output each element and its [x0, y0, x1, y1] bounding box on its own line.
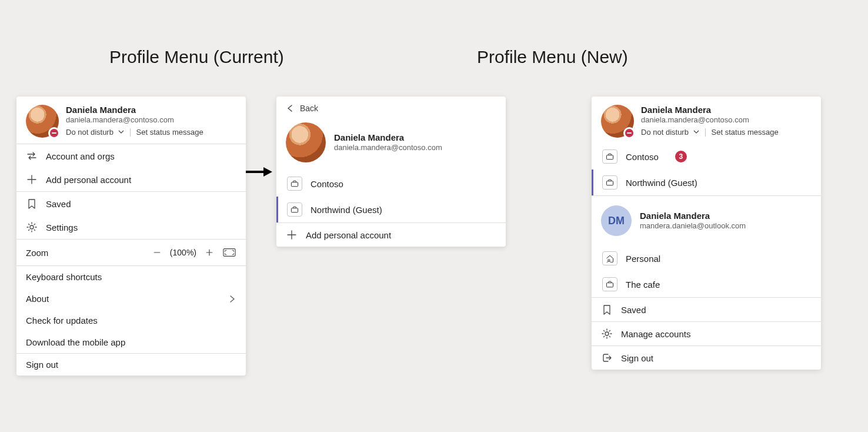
- zoom-in-button[interactable]: [202, 245, 216, 260]
- presence-dropdown[interactable]: Do not disturb: [66, 128, 124, 137]
- menu-keyboard-shortcuts[interactable]: Keyboard shortcuts: [16, 266, 246, 288]
- menu-label: Download the mobile app: [26, 337, 125, 347]
- org-item-contoso[interactable]: Contoso: [276, 171, 506, 197]
- menu-label: About: [26, 294, 49, 304]
- menu-check-updates[interactable]: Check for updates: [16, 310, 246, 331]
- chevron-left-icon: [286, 104, 294, 112]
- zoom-out-button[interactable]: [150, 245, 164, 260]
- avatar[interactable]: [601, 105, 634, 138]
- svg-rect-9: [606, 283, 613, 287]
- menu-about[interactable]: About: [16, 288, 246, 310]
- zoom-control: Zoom (100%): [16, 240, 246, 265]
- account-header: Daniela Mandera daniela.mandera@contoso.…: [592, 97, 821, 144]
- org-label: The cafe: [626, 280, 660, 290]
- menu-saved[interactable]: Saved: [16, 192, 246, 215]
- chevron-right-icon: [228, 295, 236, 303]
- avatar-initials: DM: [601, 205, 632, 236]
- org-item-cafe[interactable]: The cafe: [592, 271, 821, 297]
- briefcase-icon: [602, 149, 617, 164]
- user-name: Daniela Mandera: [641, 105, 779, 115]
- menu-manage-accounts[interactable]: Manage accounts: [592, 322, 821, 345]
- home-person-icon: [602, 251, 617, 265]
- chevron-down-icon: [118, 129, 124, 135]
- user-email: daniela.mandera@contoso.com: [641, 115, 779, 125]
- swap-icon: [26, 150, 38, 162]
- svg-rect-6: [606, 155, 613, 159]
- user-email: mandera.daniela@outlook.com: [640, 221, 746, 231]
- accounts-orgs-panel: Back Daniela Mandera daniela.mandera@con…: [276, 97, 506, 247]
- chevron-down-icon: [693, 129, 699, 135]
- org-label: Contoso: [311, 179, 343, 189]
- briefcase-icon: [602, 277, 617, 291]
- menu-add-personal-account[interactable]: Add personal account: [16, 168, 246, 191]
- svg-point-8: [608, 260, 610, 261]
- svg-rect-5: [291, 208, 298, 212]
- svg-point-10: [605, 332, 609, 335]
- org-label: Northwind (Guest): [311, 205, 382, 215]
- set-status-link[interactable]: Set status message: [712, 128, 779, 137]
- account-header: Daniela Mandera daniela.mandera@contoso.…: [276, 120, 506, 171]
- org-label: Contoso: [626, 152, 659, 162]
- bookmark-icon: [601, 304, 613, 315]
- briefcase-icon: [287, 202, 302, 217]
- user-name: Daniela Mandera: [640, 211, 746, 221]
- second-account-header[interactable]: DM Daniela Mandera mandera.daniela@outlo…: [592, 196, 821, 245]
- svg-rect-4: [291, 182, 298, 187]
- user-name: Daniela Mandera: [66, 105, 203, 115]
- separator: [130, 128, 131, 137]
- user-name: Daniela Mandera: [334, 132, 442, 142]
- org-item-contoso[interactable]: Contoso 3: [592, 144, 821, 170]
- menu-add-personal-account[interactable]: Add personal account: [276, 223, 506, 247]
- separator: [705, 128, 706, 137]
- user-email: daniela.mandera@contoso.com: [66, 115, 203, 125]
- svg-rect-7: [606, 181, 613, 185]
- plus-icon: [286, 229, 298, 241]
- menu-saved[interactable]: Saved: [592, 298, 821, 321]
- profile-menu-new: Daniela Mandera daniela.mandera@contoso.…: [592, 97, 821, 370]
- menu-label: Manage accounts: [621, 329, 690, 339]
- signout-icon: [601, 352, 613, 364]
- menu-label: Add personal account: [46, 175, 131, 185]
- briefcase-icon: [602, 175, 617, 190]
- avatar[interactable]: [26, 105, 59, 138]
- menu-label: Saved: [46, 199, 71, 209]
- avatar: [286, 122, 326, 162]
- org-item-personal[interactable]: Personal: [592, 245, 821, 271]
- menu-label: Account and orgs: [46, 151, 115, 161]
- menu-label: Settings: [46, 222, 78, 232]
- menu-label: Add personal account: [306, 230, 391, 240]
- svg-marker-1: [263, 167, 272, 177]
- org-item-northwind[interactable]: Northwind (Guest): [276, 197, 506, 222]
- menu-label: Saved: [621, 305, 646, 315]
- fullscreen-button[interactable]: [222, 245, 236, 260]
- presence-dnd-icon: [48, 127, 60, 139]
- zoom-percentage: (100%): [170, 248, 196, 257]
- presence-dropdown[interactable]: Do not disturb: [641, 128, 699, 137]
- set-status-link[interactable]: Set status message: [136, 128, 203, 137]
- back-label: Back: [300, 104, 318, 113]
- plus-icon: [26, 174, 38, 185]
- user-email: daniela.mandera@contoso.com: [334, 142, 442, 153]
- briefcase-icon: [287, 177, 302, 191]
- notification-badge: 3: [675, 151, 687, 162]
- menu-sign-out[interactable]: Sign out: [592, 346, 821, 370]
- gear-icon: [26, 221, 38, 233]
- profile-menu-current: Daniela Mandera daniela.mandera@contoso.…: [16, 97, 246, 375]
- account-header: Daniela Mandera daniela.mandera@contoso.…: [16, 97, 246, 144]
- org-item-northwind[interactable]: Northwind (Guest): [592, 170, 821, 195]
- svg-rect-3: [223, 249, 235, 257]
- back-button[interactable]: Back: [276, 97, 506, 120]
- menu-account-orgs[interactable]: Account and orgs: [16, 144, 246, 168]
- presence-dnd-icon: [623, 127, 635, 139]
- heading-new: Profile Menu (New): [477, 47, 628, 67]
- menu-label: Check for updates: [26, 315, 98, 325]
- gear-icon: [601, 328, 613, 340]
- menu-download-app[interactable]: Download the mobile app: [16, 331, 246, 353]
- heading-current: Profile Menu (Current): [109, 47, 284, 67]
- menu-settings[interactable]: Settings: [16, 215, 246, 239]
- menu-label: Keyboard shortcuts: [26, 272, 102, 282]
- org-label: Personal: [626, 254, 660, 264]
- menu-label: Sign out: [621, 353, 653, 363]
- menu-sign-out[interactable]: Sign out: [16, 354, 246, 375]
- menu-label: Sign out: [26, 360, 58, 370]
